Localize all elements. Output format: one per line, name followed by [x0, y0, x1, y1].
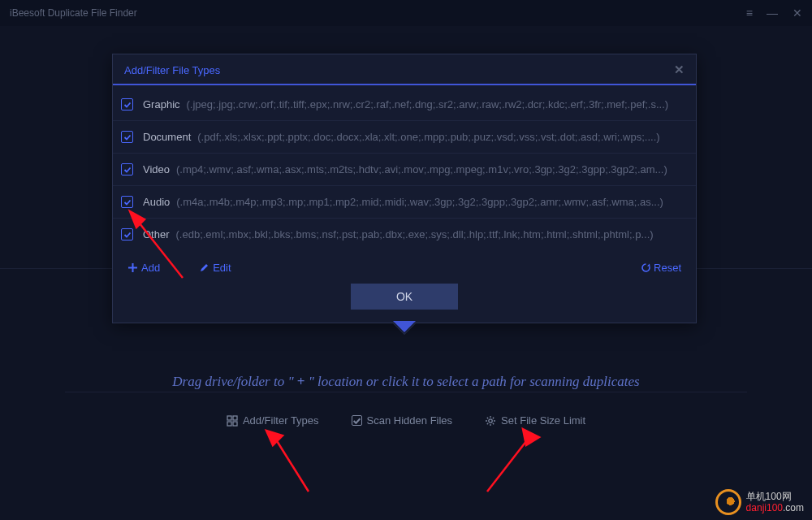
- close-icon[interactable]: ✕: [674, 63, 685, 77]
- svg-rect-2: [227, 422, 231, 426]
- hint-divider: [65, 392, 747, 392]
- type-row-audio[interactable]: Audio (.m4a;.m4b;.m4p;.mp3;.mp;.mp1;.mp2…: [113, 186, 696, 219]
- popover-arrow-icon: [393, 323, 416, 334]
- checkbox-other[interactable]: [121, 228, 133, 240]
- annotation-arrow: [479, 422, 552, 504]
- type-extensions: (.edb;.eml;.mbx;.bkl;.bks;.bms;.nsf;.pst…: [176, 228, 685, 240]
- svg-rect-3: [233, 422, 237, 426]
- filter-types-dialog: Add/Filter File Types ✕ Graphic (.jpeg;.…: [112, 54, 697, 323]
- add-filter-types-button[interactable]: Add/Filter Types: [227, 414, 319, 427]
- titlebar: iBeesoft Duplicate File Finder ≡ — ✕: [0, 0, 812, 26]
- svg-marker-10: [523, 429, 539, 445]
- checkbox-graphic[interactable]: [121, 98, 133, 110]
- add-button[interactable]: Add: [127, 262, 160, 274]
- grid-icon: [227, 415, 238, 427]
- dialog-header: Add/Filter File Types ✕: [113, 54, 696, 85]
- type-label: Other: [143, 228, 170, 240]
- filter-types-label: Add/Filter Types: [243, 414, 319, 427]
- type-row-graphic[interactable]: Graphic (.jpeg;.jpg;.crw;.orf;.tif;.tiff…: [113, 89, 696, 121]
- size-limit-label: Set File Size Limit: [501, 414, 585, 427]
- edit-button[interactable]: Edit: [199, 262, 231, 274]
- close-window-icon[interactable]: ✕: [793, 6, 802, 20]
- reset-button[interactable]: Reset: [641, 262, 681, 274]
- checkbox-audio[interactable]: [121, 196, 133, 208]
- type-extensions: (.jpeg;.jpg;.crw;.orf;.tif;.tiff;.epx;.n…: [187, 98, 685, 110]
- menu-icon[interactable]: ≡: [746, 6, 752, 20]
- refresh-icon: [641, 262, 651, 273]
- scan-hidden-label: Scan Hidden Files: [367, 414, 453, 427]
- svg-point-4: [489, 418, 492, 422]
- bottom-options: Add/Filter Types Scan Hidden Files Set F…: [0, 414, 812, 427]
- main-area: Add/Filter File Types ✕ Graphic (.jpeg;.…: [0, 26, 812, 520]
- type-label: Video: [143, 163, 170, 176]
- dialog-actions: Add Edit Reset: [113, 254, 696, 284]
- gear-icon: [485, 415, 496, 427]
- window-controls: ≡ — ✕: [746, 6, 802, 20]
- edit-label: Edit: [213, 262, 231, 274]
- scan-hidden-checkbox[interactable]: Scan Hidden Files: [352, 414, 453, 427]
- add-label: Add: [141, 262, 160, 274]
- svg-line-7: [274, 437, 309, 492]
- svg-rect-0: [227, 416, 231, 420]
- plus-icon: [127, 262, 138, 273]
- type-extensions: (.mp4;.wmv;.asf;.wma;.asx;.mts;.m2ts;.hd…: [176, 163, 685, 176]
- checkbox-document[interactable]: [121, 131, 133, 143]
- type-row-document[interactable]: Document (.pdf;.xls;.xlsx;.ppt;.pptx;.do…: [113, 121, 696, 154]
- svg-rect-1: [233, 416, 237, 420]
- ok-button[interactable]: OK: [351, 284, 458, 310]
- type-list: Graphic (.jpeg;.jpg;.crw;.orf;.tif;.tiff…: [113, 85, 696, 254]
- set-file-size-limit-button[interactable]: Set File Size Limit: [485, 414, 585, 427]
- type-label: Audio: [143, 196, 170, 208]
- watermark-line1: 单机100网: [746, 491, 804, 502]
- checkbox-video[interactable]: [121, 163, 133, 176]
- type-label: Graphic: [143, 98, 180, 110]
- checkbox-icon: [352, 415, 362, 426]
- minimize-icon[interactable]: —: [767, 6, 778, 20]
- type-row-video[interactable]: Video (.mp4;.wmv;.asf;.wma;.asx;.mts;.m2…: [113, 154, 696, 186]
- watermark-domain: danji100.com: [746, 502, 804, 514]
- reset-label: Reset: [654, 262, 681, 274]
- pencil-icon: [199, 262, 209, 273]
- svg-marker-8: [266, 431, 283, 445]
- type-extensions: (.m4a;.m4b;.m4p;.mp3;.mp;.mp1;.mp2;.mid;…: [176, 196, 685, 208]
- type-label: Document: [143, 131, 191, 143]
- dialog-title: Add/Filter File Types: [124, 64, 220, 76]
- watermark-logo-icon: [715, 489, 741, 515]
- ok-row: OK: [113, 284, 696, 323]
- app-title: iBeesoft Duplicate File Finder: [10, 7, 137, 19]
- annotation-arrow: [260, 422, 325, 504]
- svg-line-9: [487, 437, 529, 492]
- watermark: 单机100网 danji100.com: [715, 489, 804, 515]
- type-extensions: (.pdf;.xls;.xlsx;.ppt;.pptx;.doc;.docx;.…: [197, 131, 685, 143]
- drag-hint: Drag drive/folder to " + " location or c…: [0, 374, 812, 390]
- type-row-other[interactable]: Other (.edb;.eml;.mbx;.bkl;.bks;.bms;.ns…: [113, 219, 696, 250]
